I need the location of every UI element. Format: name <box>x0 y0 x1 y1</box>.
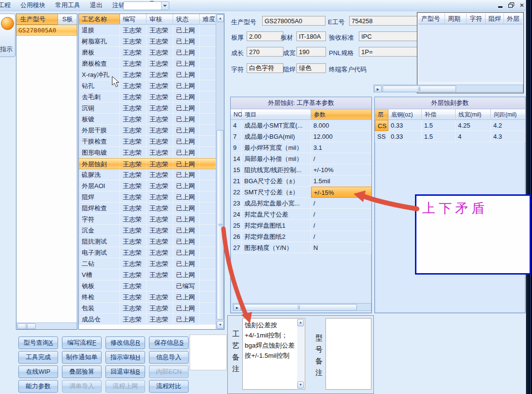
basic-params-hscrollbar[interactable]: ◀ ▶ <box>233 303 371 311</box>
process-header-2[interactable]: 审核 <box>147 14 173 25</box>
menu-item[interactable]: 公用模块 <box>15 0 50 11</box>
menu-combobox[interactable] <box>123 1 169 10</box>
etch-params-header-4[interactable]: 间距(mil) <box>491 109 525 120</box>
scroll-down-icon[interactable]: ▼ <box>297 381 304 389</box>
process-table-vscrollbar[interactable]: ▲ ▼ <box>216 14 224 329</box>
basic-params-row[interactable]: 24邦定盘尺寸公差/ <box>231 209 371 220</box>
basic-params-header-2[interactable]: 参数 <box>311 109 371 120</box>
process-row[interactable]: 成品仓王志荣王志荣已上网 <box>79 314 216 325</box>
process-row[interactable]: 钻孔王志荣王志荣已上网 <box>79 80 216 91</box>
basic-params-row[interactable]: 21BGA尺寸公差（±）1.5mil <box>231 175 371 187</box>
etch-params-header-0[interactable]: 层 <box>375 109 388 120</box>
process-row[interactable]: 沉铜王志荣王志荣已上网 <box>79 102 216 114</box>
action-button-流程对比[interactable]: 流程对比 <box>149 380 189 393</box>
menu-item[interactable]: 常用工具 <box>50 0 85 11</box>
action-button-编写流程[interactable]: 编写流程F <box>62 336 102 349</box>
scroll-right-icon[interactable]: ▶ <box>234 304 241 311</box>
model-note-box[interactable] <box>325 318 371 390</box>
production-model-field[interactable] <box>262 16 325 26</box>
process-row[interactable]: 铣板王志荣已编写 <box>79 280 216 292</box>
model-summary-header-3[interactable]: 阻焊 <box>486 14 504 24</box>
process-header-4[interactable]: 难度 <box>200 14 216 25</box>
process-row[interactable]: 硫脲洗王志荣王志荣已上网 <box>79 169 216 180</box>
basic-params-row[interactable]: 22SMT尺寸公差（±）+/-15% <box>231 187 371 198</box>
pnl-spec-field[interactable] <box>359 47 417 57</box>
process-row[interactable]: 沉金王志荣王志荣已上网 <box>79 225 216 236</box>
process-row[interactable]: 图形电镀王志荣王志荣已上网 <box>79 147 216 158</box>
note-vscrollbar[interactable]: ▲ ▼ <box>297 319 304 389</box>
basic-params-row[interactable]: 25邦定焊盘图纸1/ <box>231 220 371 231</box>
model-summary-header-1[interactable]: 周期 <box>445 14 467 24</box>
process-row[interactable]: V槽王志荣王志荣已上网 <box>79 269 216 280</box>
panel-width-field[interactable] <box>296 47 326 57</box>
basic-params-row[interactable]: 23成品邦定盘最小宽.../ <box>231 198 371 209</box>
etch-params-row[interactable]: SS0.331.544.3 <box>375 131 525 142</box>
action-button-信息导入[interactable]: 信息导入 <box>149 351 189 364</box>
solder-mask-field[interactable] <box>296 63 326 73</box>
basic-params-row[interactable]: 14局部最小补偿（mil）/ <box>231 153 371 164</box>
action-button-制作通知单[interactable]: 制作通知单 <box>62 351 102 364</box>
model-summary-header-4[interactable]: 外层 <box>504 14 522 24</box>
legend-field[interactable] <box>247 63 283 73</box>
board-thickness-field[interactable] <box>247 31 283 41</box>
basic-params-header-0[interactable]: NO <box>231 109 242 120</box>
model-summary-header-0[interactable]: 产型号 <box>418 14 445 24</box>
process-row[interactable]: 树脂塞孔王志荣王志荣已上网 <box>79 36 216 47</box>
basic-params-row[interactable]: 7成品最小BGA(mil)12.000 <box>231 131 371 142</box>
action-button-型号查询[interactable]: 型号查询X <box>18 336 58 349</box>
model-list-header-model[interactable]: 生产型号 <box>16 14 58 25</box>
scroll-right-icon[interactable]: ▶ <box>374 86 382 92</box>
model-summary-header-2[interactable]: 字符 <box>467 14 486 24</box>
scroll-up-icon[interactable]: ▲ <box>217 15 224 22</box>
process-row[interactable]: 去毛刺王志荣王志荣已上网 <box>79 91 216 102</box>
minimize-button[interactable] <box>497 2 504 9</box>
scroll-up-icon[interactable]: ▲ <box>297 319 304 326</box>
model-list-hscrollbar[interactable] <box>16 322 77 329</box>
close-button[interactable]: ✕ <box>518 2 525 9</box>
process-header-1[interactable]: 编写 <box>120 14 147 25</box>
action-button-内部ECN[interactable]: 内部ECN <box>149 365 189 378</box>
process-row[interactable]: 终检王志荣王志荣已上网 <box>79 292 216 303</box>
process-row[interactable]: 干膜检查王志荣王志荣已上网 <box>79 136 216 147</box>
process-row[interactable]: 外层AOI王志荣王志荣已上网 <box>79 180 216 191</box>
etch-params-row[interactable]: CS0.331.54.254.2 <box>375 120 525 131</box>
board-material-field[interactable] <box>296 31 326 41</box>
process-header-3[interactable]: 状态 <box>173 14 200 25</box>
basic-params-header-1[interactable]: 项目 <box>242 109 311 120</box>
panel-length-field[interactable] <box>247 47 283 57</box>
process-note-box[interactable]: 蚀刻公差按+4/-1mil控制；bga焊点蚀刻公差按+/-1.5mil控制 ▲ … <box>242 318 305 390</box>
scroll-down-icon[interactable]: ▼ <box>217 321 224 329</box>
process-row[interactable]: 磨板检查王志荣王志荣已上网 <box>79 58 216 69</box>
etch-params-header-1[interactable]: 底铜(oz) <box>388 109 422 120</box>
action-button-调单导入[interactable]: 调单导入 <box>62 380 102 393</box>
process-row[interactable]: 阻焊王志荣王志荣已上网 <box>79 191 216 203</box>
action-button-修改信息[interactable]: 修改信息R <box>105 336 145 349</box>
process-row[interactable]: 磨板王志荣王志荣已上网 <box>79 47 216 58</box>
indicator-button[interactable]: 指示 <box>0 14 15 57</box>
process-note-text[interactable]: 蚀刻公差按+4/-1mil控制；bga焊点蚀刻公差按+/-1.5mil控制 <box>245 320 296 361</box>
process-row[interactable]: 电子测试王志荣王志荣已上网 <box>79 247 216 258</box>
process-row[interactable]: 字符王志荣王志荣已上网 <box>79 214 216 225</box>
combobox-dropdown-icon[interactable] <box>161 2 169 10</box>
process-row[interactable]: 外层干膜王志荣王志荣已上网 <box>79 125 216 136</box>
model-list-row[interactable]: GS278005A0 <box>16 25 77 36</box>
restore-button[interactable] <box>508 2 515 9</box>
process-row[interactable]: 阻焊检查王志荣王志荣已上网 <box>79 203 216 214</box>
e-number-field[interactable] <box>349 16 417 26</box>
etch-params-header-3[interactable]: 线宽(mil) <box>456 109 491 120</box>
model-list-header-sboard[interactable]: S板 <box>58 14 77 25</box>
process-row[interactable]: X-ray冲孔王志荣王志荣已上网 <box>79 69 216 80</box>
process-row[interactable]: 板镀王志荣王志荣已上网 <box>79 114 216 125</box>
menu-item[interactable]: 工程 <box>0 0 15 11</box>
process-row[interactable]: 退膜王志荣王志荣已上网 <box>79 25 216 36</box>
process-header-0[interactable]: 工艺名称 <box>79 14 120 25</box>
action-button-叠层验算[interactable]: 叠层验算 <box>62 365 102 378</box>
process-row[interactable]: 阻抗测试王志荣王志荣已上网 <box>79 236 216 247</box>
basic-params-row[interactable]: 26邦定焊盘图纸2/ <box>231 231 371 242</box>
action-button-指示审核[interactable]: 指示审核H <box>105 351 145 364</box>
acceptance-standard-field[interactable] <box>359 31 417 41</box>
menu-item[interactable]: 退出 <box>85 0 107 11</box>
action-button-保存信息[interactable]: 保存信息S <box>149 336 189 349</box>
basic-params-row[interactable]: 9最小焊环宽度（mil）3.1 <box>231 142 371 153</box>
action-button-回退审核[interactable]: 回退审核B <box>105 365 145 378</box>
